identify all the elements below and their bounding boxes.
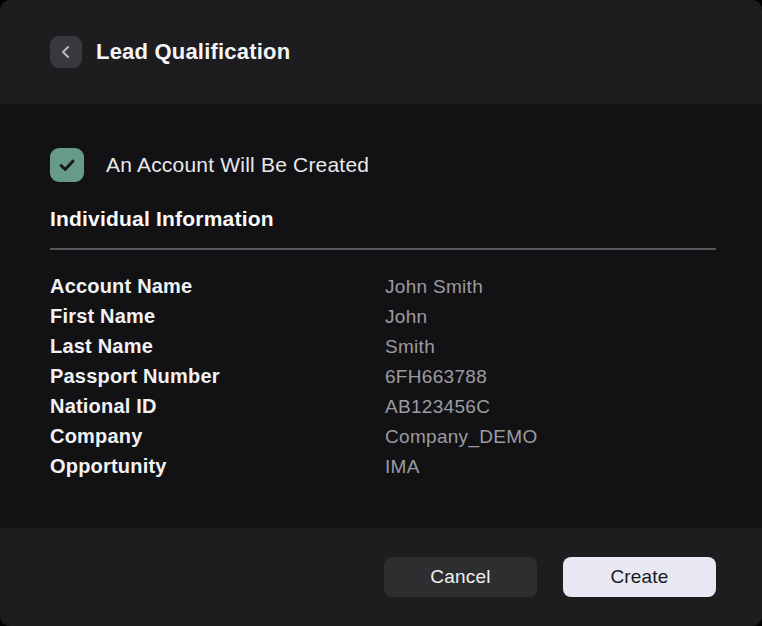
- dialog-footer: Cancel Create: [0, 528, 762, 626]
- section-title: Individual Information: [50, 207, 716, 231]
- checked-checkbox[interactable]: [50, 148, 84, 182]
- dialog-header: Lead Qualification: [0, 0, 762, 104]
- checkbox-label: An Account Will Be Created: [106, 153, 369, 177]
- account-created-checkbox-row[interactable]: An Account Will Be Created: [50, 148, 716, 182]
- field-list: Account Name John Smith First Name John …: [50, 275, 716, 485]
- field-value: John: [385, 306, 716, 328]
- field-label: Company: [50, 425, 385, 448]
- page-title: Lead Qualification: [96, 39, 290, 65]
- field-value: 6FH663788: [385, 366, 716, 388]
- field-row-national-id: National ID AB123456C: [50, 395, 716, 425]
- field-row-passport-number: Passport Number 6FH663788: [50, 365, 716, 395]
- field-row-company: Company Company_DEMO: [50, 425, 716, 455]
- field-row-opportunity: Opportunity IMA: [50, 455, 716, 485]
- field-label: Last Name: [50, 335, 385, 358]
- field-row-last-name: Last Name Smith: [50, 335, 716, 365]
- cancel-button[interactable]: Cancel: [384, 557, 537, 597]
- field-value: IMA: [385, 456, 716, 478]
- field-value: Company_DEMO: [385, 426, 716, 448]
- lead-qualification-dialog: Lead Qualification An Account Will Be Cr…: [0, 0, 762, 626]
- chevron-left-icon: [59, 45, 73, 59]
- field-label: First Name: [50, 305, 385, 328]
- field-value: AB123456C: [385, 396, 716, 418]
- dialog-body: An Account Will Be Created Individual In…: [0, 104, 762, 528]
- field-row-account-name: Account Name John Smith: [50, 275, 716, 305]
- field-label: Opportunity: [50, 455, 385, 478]
- field-label: National ID: [50, 395, 385, 418]
- back-button[interactable]: [50, 36, 82, 68]
- field-label: Account Name: [50, 275, 385, 298]
- section-divider: [50, 248, 716, 250]
- create-button[interactable]: Create: [563, 557, 716, 597]
- field-value: John Smith: [385, 276, 716, 298]
- field-value: Smith: [385, 336, 716, 358]
- field-row-first-name: First Name John: [50, 305, 716, 335]
- field-label: Passport Number: [50, 365, 385, 388]
- checkmark-icon: [57, 155, 77, 175]
